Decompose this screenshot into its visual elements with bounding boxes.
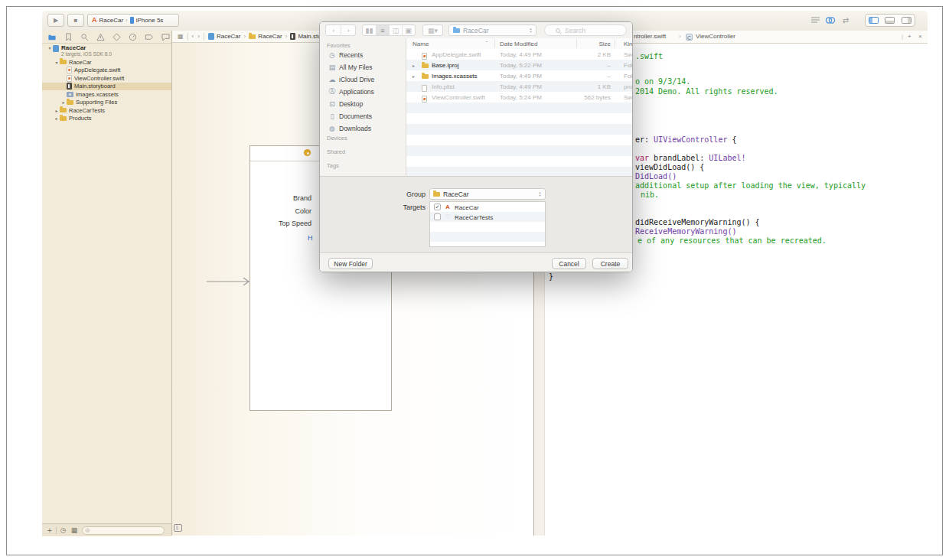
group-dropdown[interactable]: RaceCar ▲▼	[429, 188, 546, 200]
add-editor-button[interactable]: +	[908, 33, 911, 40]
recent-files-filter-icon[interactable]: ◷	[60, 526, 67, 534]
tree-item-label: Products	[69, 115, 92, 122]
tree-row[interactable]: Images.xcassets	[42, 90, 171, 99]
disclosure-icon[interactable]: ▸	[413, 73, 415, 79]
breadcrumb-item[interactable]: RaceCar	[249, 33, 282, 40]
forward-icon[interactable]: ›	[197, 33, 200, 40]
sidebar-item-icon: ◍	[328, 125, 337, 132]
standard-editor-button[interactable]	[809, 15, 821, 25]
sidebar-item-documents[interactable]: ▯Documents	[320, 110, 406, 122]
scene-button-fragment[interactable]: H	[308, 234, 313, 242]
column-view-button[interactable]: ◫	[389, 25, 402, 35]
disclosure-icon[interactable]: ▸	[54, 116, 60, 121]
sidebar-item-icloud-drive[interactable]: ☁iCloud Drive	[320, 73, 406, 85]
report-navigator-icon[interactable]	[161, 33, 170, 41]
sidebar-item-all-my-files[interactable]: ▤All My Files	[320, 61, 406, 73]
new-folder-button[interactable]: New Folder	[328, 258, 373, 269]
coverflow-view-button[interactable]: ▣	[402, 25, 414, 35]
breakpoint-navigator-icon[interactable]	[145, 33, 154, 41]
tree-row[interactable]: ViewController.swift	[42, 74, 171, 83]
debug-area-toggle[interactable]	[885, 17, 895, 24]
checkbox-checked[interactable]: ✓	[434, 203, 441, 210]
issue-navigator-icon[interactable]	[96, 33, 105, 41]
icon-view-button[interactable]: ▮▮	[363, 25, 376, 35]
cancel-button[interactable]: Cancel	[552, 258, 586, 269]
sidebar-section-devices: Devices	[327, 135, 347, 142]
tree-row[interactable]: ▸RaceCarTests	[42, 106, 171, 115]
disclosure-icon[interactable]: ▸	[54, 108, 60, 113]
utilities-toggle[interactable]	[902, 17, 911, 24]
save-file-dialog: ‹ › ▮▮ ≡ ◫ ▣ ▦▾ RaceCar ▲▼ Search	[319, 21, 633, 272]
tree-row[interactable]: ▸Supporting Files	[42, 99, 171, 107]
xcassets-icon	[67, 92, 73, 97]
stop-button[interactable]: ■	[67, 14, 84, 27]
tree-row[interactable]: AppDelegate.swift	[42, 67, 171, 75]
project-navigator-icon[interactable]	[47, 33, 57, 41]
breadcrumb-item[interactable]: RaceCar	[208, 33, 241, 40]
target-row-racecar[interactable]: ✓ARaceCar	[430, 202, 545, 212]
debug-navigator-icon[interactable]	[129, 33, 137, 41]
disclosure-icon[interactable]: ▸	[413, 63, 415, 68]
folder-icon	[67, 100, 73, 105]
sidebar-item-desktop[interactable]: ⊡Desktop	[320, 98, 406, 109]
screenshot-root: ▶ ■ A RaceCar › iPhone 5s	[0, 0, 949, 560]
project-name: RaceCar	[61, 45, 112, 51]
file-breadcrumb-fragment[interactable]: ntroller.swift	[634, 33, 666, 40]
tree-row[interactable]: ▸Products	[42, 115, 171, 123]
close-editor-button[interactable]: ×	[918, 33, 922, 40]
column-size[interactable]: Size	[598, 41, 611, 47]
view-controller-icon[interactable]	[304, 149, 311, 156]
symbol-breadcrumb[interactable]: ViewController	[696, 33, 735, 40]
test-navigator-icon[interactable]	[113, 33, 121, 41]
disclosure-icon[interactable]: ▾	[54, 60, 60, 65]
file-date: Today, 4:49 PM	[500, 51, 542, 58]
disclosure-icon[interactable]: ▾	[47, 45, 53, 50]
scene-label[interactable]: Top Speed	[250, 220, 311, 227]
disclosure-icon[interactable]: ▸	[60, 99, 67, 105]
back-button[interactable]: ‹	[326, 25, 341, 35]
swift-icon	[422, 96, 427, 103]
column-name[interactable]: Name	[413, 41, 429, 47]
forward-button[interactable]: ›	[341, 25, 355, 35]
scene-label[interactable]: Brand	[250, 194, 311, 202]
target-row-racecartests[interactable]: ♡RaceCarTests	[430, 212, 545, 222]
list-view-button[interactable]: ≡	[376, 25, 389, 35]
sidebar-item-recents[interactable]: ◷Recents	[320, 49, 406, 60]
column-kind[interactable]: Kind	[624, 41, 633, 47]
scheme-selector[interactable]: A RaceCar › iPhone 5s	[87, 14, 179, 27]
sidebar-item-label: Applications	[339, 88, 374, 96]
location-dropdown[interactable]: RaceCar ▲▼	[448, 24, 536, 36]
symbol-navigator-icon[interactable]	[64, 33, 73, 41]
tree-item-label: RaceCar	[69, 59, 92, 66]
tree-row[interactable]: ▾RaceCar2 targets, iOS SDK 8.0	[42, 44, 171, 58]
sidebar-item-applications[interactable]: ⒶApplications	[320, 86, 406, 97]
filter-field[interactable]: ◎	[82, 526, 165, 535]
run-button[interactable]: ▶	[47, 14, 64, 27]
navigator-sidebar: ▾RaceCar2 targets, iOS SDK 8.0▾RaceCarAp…	[42, 31, 172, 536]
column-date[interactable]: Date Modified	[500, 41, 537, 47]
back-forward-control: ‹ ›	[325, 24, 356, 36]
checkbox-unchecked[interactable]	[434, 213, 441, 220]
scene-label[interactable]: Color	[250, 207, 311, 215]
sidebar-item-icon: ▯	[328, 112, 337, 120]
version-editor-button[interactable]: ⇄	[840, 15, 852, 25]
related-items-icon[interactable]: ▦	[178, 33, 184, 40]
navigator-toggle[interactable]	[869, 17, 879, 24]
document-outline-toggle[interactable]	[174, 524, 182, 532]
tree-row[interactable]: Main.storyboard	[42, 83, 171, 91]
tree-row[interactable]: ▾RaceCar	[42, 58, 171, 67]
file-row[interactable]: ▸Images.xcassetsToday, 4:49 PM--Folder	[406, 70, 633, 81]
scm-filter-icon[interactable]: ▦	[71, 526, 78, 534]
action-menu[interactable]: ▦▾	[422, 24, 443, 36]
create-button[interactable]: Create	[592, 258, 628, 269]
sidebar-item-label: Desktop	[339, 100, 363, 108]
chevron-right-icon: ›	[285, 33, 288, 40]
search-navigator-icon[interactable]	[80, 33, 89, 41]
file-row[interactable]: ▸Base.lprojToday, 5:22 PM--Folder	[406, 60, 633, 70]
search-field[interactable]: Search	[544, 24, 627, 36]
add-button[interactable]: +	[47, 526, 52, 535]
sidebar-item-label: Documents	[339, 112, 372, 120]
back-icon[interactable]: ‹	[192, 33, 194, 40]
sidebar-item-downloads[interactable]: ◍Downloads	[320, 122, 406, 134]
assistant-editor-button[interactable]	[824, 15, 836, 25]
